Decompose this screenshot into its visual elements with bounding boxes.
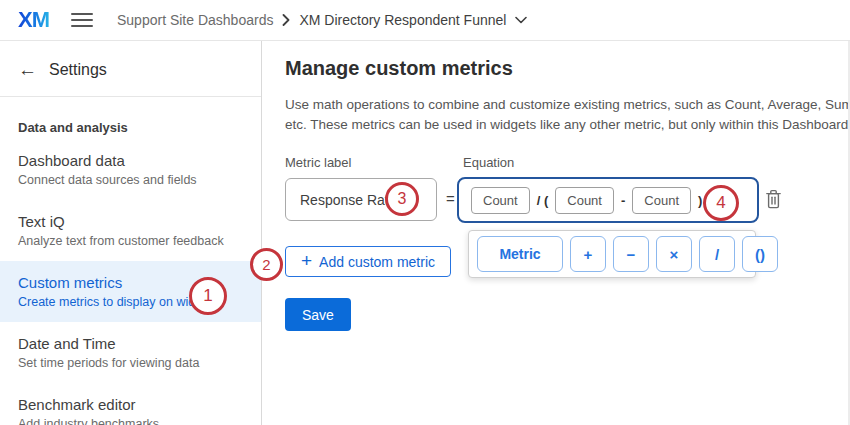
add-custom-metric-label: Add custom metric: [319, 254, 435, 270]
breadcrumb-parent[interactable]: Support Site Dashboards: [117, 12, 273, 28]
xm-logo: XM: [18, 7, 49, 33]
back-arrow-icon: ←: [18, 60, 37, 79]
page-description: Use math operations to combine and custo…: [285, 95, 850, 136]
sidebar-item-label: Text iQ: [18, 213, 243, 230]
sidebar-item-label: Benchmark editor: [18, 396, 243, 413]
sidebar-section-label: Data and analysis: [0, 97, 261, 139]
annotation-circle-1: 1: [189, 277, 227, 315]
top-bar: XM Support Site Dashboards XM Directory …: [0, 0, 850, 41]
breadcrumb: Support Site Dashboards XM Directory Res…: [117, 12, 527, 28]
trash-icon: [764, 198, 783, 213]
sidebar-item-benchmark-editor[interactable]: Benchmark editor Add industry benchmarks: [0, 383, 261, 425]
metric-label-label: Metric label: [285, 155, 351, 170]
plus-operator-button[interactable]: +: [570, 236, 606, 272]
settings-title: Settings: [49, 61, 107, 79]
annotation-circle-2: 2: [250, 248, 283, 281]
operator-divide-paren: / (: [537, 193, 549, 208]
divide-operator-button[interactable]: /: [699, 236, 735, 272]
metric-chip[interactable]: Count: [471, 187, 530, 214]
delete-metric-button[interactable]: [761, 188, 785, 214]
operator-close-paren: ): [698, 193, 702, 208]
sidebar-item-label: Date and Time: [18, 335, 243, 352]
manage-custom-metrics-panel: Manage custom metrics Use math operation…: [263, 41, 850, 425]
back-to-dashboard[interactable]: ← Settings: [0, 41, 261, 96]
save-button[interactable]: Save: [285, 298, 351, 331]
chevron-down-icon[interactable]: [515, 16, 527, 24]
parentheses-button[interactable]: (): [742, 236, 778, 272]
sidebar-item-desc: Analyze text from customer feedback: [18, 234, 243, 248]
operator-minus: -: [621, 193, 625, 208]
equation-label: Equation: [463, 155, 514, 170]
equals-sign: =: [446, 190, 455, 207]
minus-operator-button[interactable]: −: [613, 236, 649, 272]
breadcrumb-current[interactable]: XM Directory Respondent Funnel: [299, 12, 506, 28]
metric-chip[interactable]: Count: [555, 187, 614, 214]
metric-button[interactable]: Metric: [477, 236, 563, 272]
sidebar-item-date-and-time[interactable]: Date and Time Set time periods for viewi…: [0, 322, 261, 383]
sidebar-item-desc: Set time periods for viewing data: [18, 356, 243, 370]
sidebar-item-dashboard-data[interactable]: Dashboard data Connect data sources and …: [0, 139, 261, 200]
annotation-circle-3: 3: [385, 182, 419, 216]
menu-icon[interactable]: [71, 13, 93, 27]
settings-sidebar: ← Settings Data and analysis Dashboard d…: [0, 41, 262, 425]
sidebar-item-label: Dashboard data: [18, 152, 243, 169]
plus-icon: +: [301, 251, 312, 270]
sidebar-item-text-iq[interactable]: Text iQ Analyze text from customer feedb…: [0, 200, 261, 261]
multiply-operator-button[interactable]: ×: [656, 236, 692, 272]
metric-chip[interactable]: Count: [632, 187, 691, 214]
page-title: Manage custom metrics: [285, 57, 513, 80]
equation-operator-palette: Metric + − × / (): [468, 230, 756, 278]
add-custom-metric-button[interactable]: + Add custom metric: [285, 246, 451, 277]
sidebar-item-desc: Add industry benchmarks: [18, 417, 243, 425]
sidebar-item-desc: Connect data sources and fields: [18, 173, 243, 187]
chevron-right-icon: [282, 14, 290, 26]
annotation-circle-4: 4: [703, 185, 739, 221]
